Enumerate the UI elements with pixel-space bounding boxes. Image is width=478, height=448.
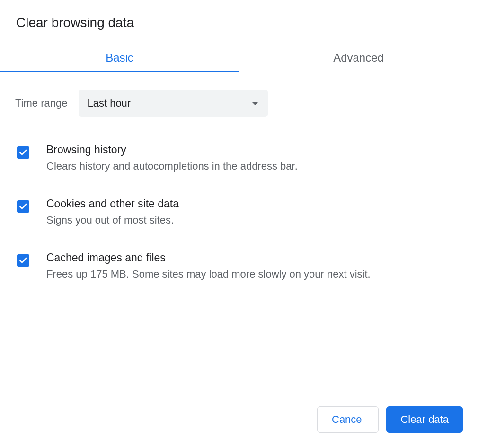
check-icon (18, 256, 28, 265)
option-desc: Signs you out of most sites. (46, 213, 463, 228)
option-text: Browsing history Clears history and auto… (46, 143, 463, 174)
time-range-value: Last hour (87, 97, 131, 109)
check-icon (18, 148, 28, 157)
option-title: Cached images and files (46, 251, 463, 264)
checkbox-cookies[interactable] (17, 200, 29, 213)
option-desc: Clears history and autocompletions in th… (46, 159, 463, 174)
time-range-label: Time range (15, 97, 67, 109)
option-browsing-history: Browsing history Clears history and auto… (15, 143, 463, 174)
option-cache: Cached images and files Frees up 175 MB.… (15, 251, 463, 282)
option-cookies: Cookies and other site data Signs you ou… (15, 197, 463, 228)
dialog-title: Clear browsing data (15, 15, 463, 30)
option-title: Cookies and other site data (46, 197, 463, 210)
option-title: Browsing history (46, 143, 463, 156)
tab-basic[interactable]: Basic (0, 44, 239, 72)
cancel-button[interactable]: Cancel (317, 406, 379, 433)
time-range-select[interactable]: Last hour (79, 90, 268, 117)
time-range-row: Time range Last hour (15, 90, 463, 117)
option-text: Cached images and files Frees up 175 MB.… (46, 251, 463, 282)
button-row: Cancel Clear data (317, 406, 463, 433)
tab-advanced[interactable]: Advanced (239, 44, 478, 72)
clear-data-button[interactable]: Clear data (386, 406, 463, 433)
check-icon (18, 202, 28, 211)
time-range-select-wrap: Last hour (79, 90, 268, 117)
option-desc: Frees up 175 MB. Some sites may load mor… (46, 267, 463, 282)
option-text: Cookies and other site data Signs you ou… (46, 197, 463, 228)
checkbox-browsing-history[interactable] (17, 146, 29, 159)
content-area: Time range Last hour Browsing history Cl… (15, 72, 463, 281)
checkbox-cache[interactable] (17, 254, 29, 267)
tabs-container: Basic Advanced (0, 44, 478, 72)
